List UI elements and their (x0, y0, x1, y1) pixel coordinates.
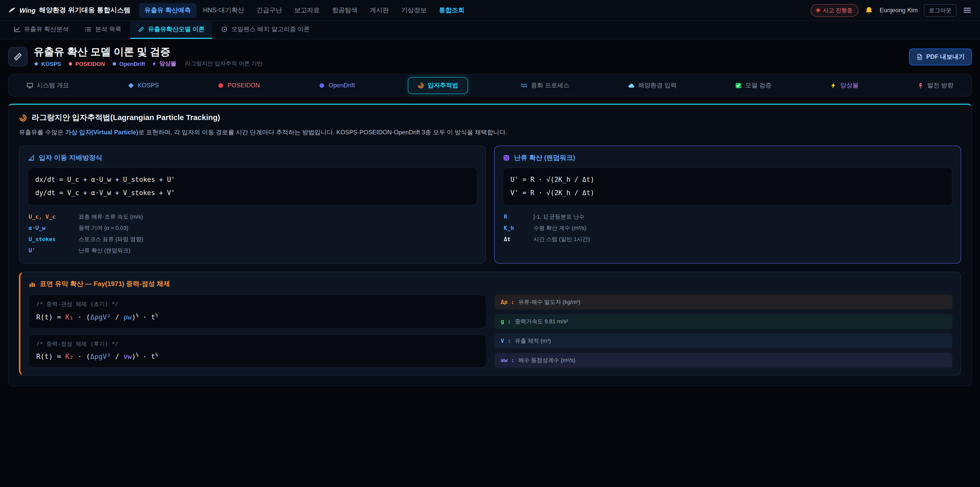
wing-icon (8, 6, 16, 14)
legend-desc: 스토크스 표류 (파랑 영향) (79, 235, 143, 243)
fay-spreading-card: 표면 유막 확산 — Fay(1971) 중력-점성 체제 /* 중력-관성 체… (19, 272, 961, 375)
section-nav-item-4[interactable]: 입자추적법 (407, 77, 468, 94)
badge-label: KOSPS (41, 61, 61, 67)
governing-card-title: 입자 이동 지배방정식 (39, 153, 102, 163)
legend-desc: 풍력 기여 (α ≈ 0.03) (79, 224, 128, 232)
section-nav-label: 시스템 개요 (37, 81, 69, 89)
section-nav-item-0[interactable]: 시스템 개요 (21, 77, 75, 93)
fay-param-row-3: νw :해수 동점성계수 (m²/s) (495, 353, 953, 368)
equation-line: dx/dt = U_c + α·U_w + U_stokes + U' (35, 173, 469, 187)
formula-part: R(t) = (36, 313, 65, 321)
topbar: Wing 해양환경 위기대응 통합시스템 유출유 확산예측HNS·대기확산긴급구… (0, 0, 980, 21)
tab-label: 유출유 확산분석 (24, 25, 68, 34)
incident-status-badge[interactable]: 사고 진행중 (811, 4, 859, 17)
formula-part: · t (138, 313, 155, 321)
topnav-item-7[interactable]: 통합조회 (433, 3, 470, 18)
formula-part: ⅙ (136, 312, 138, 318)
tab-3[interactable]: 오일펜스 배치 알고리즘 이론 (213, 21, 318, 39)
legend-desc: 수평 확산 계수 (m²/s) (533, 224, 587, 232)
legend-term: R (504, 213, 528, 220)
legend-row-1: α·U_w풍력 기여 (α ≈ 0.03) (27, 222, 477, 233)
topnav-item-6[interactable]: 기상정보 (396, 3, 432, 18)
intro-text: 로 표현하며, 각 입자의 이동 경로를 시간 단계마다 추적하는 방법입니다.… (138, 129, 507, 136)
logout-button[interactable]: 로그아웃 (924, 4, 956, 17)
formula-comment: /* 중력-점성 체제 (후기) */ (36, 340, 479, 348)
topnav-item-1[interactable]: HNS·대기확산 (197, 3, 250, 18)
legend-desc: 시간 스텝 (일반 1시간) (533, 235, 590, 243)
topnav-item-0[interactable]: 유출유 확산예측 (139, 3, 197, 18)
tab-1[interactable]: 분석 목록 (77, 21, 129, 39)
legend-row-2: U_stokes스토크스 표류 (파랑 영향) (27, 233, 477, 245)
param-term: Δρ : (501, 299, 514, 305)
rocket-icon (917, 82, 924, 89)
param-desc: 중력가속도 9.81 m/s² (515, 318, 568, 326)
legend-row-3: U'난류 확산 (랜덤워크) (27, 245, 477, 256)
app-root: Wing 해양환경 위기대응 통합시스템 유출유 확산예측HNS·대기확산긴급구… (0, 0, 980, 487)
tab-label: 유출유확산모델 이론 (148, 25, 205, 34)
user-name: Eunjeong Kim (880, 6, 918, 14)
status-badge-label: 사고 진행중 (823, 6, 853, 14)
app-logo[interactable]: Wing 해양환경 위기대응 통합시스템 (8, 6, 130, 15)
formula-part: νw (123, 353, 132, 361)
param-desc: 유류-해수 밀도차 (kg/m³) (518, 298, 580, 306)
section-nav-label: OpenDrift (329, 82, 355, 89)
bar-chart-icon (29, 280, 36, 287)
param-term: V : (501, 338, 511, 345)
logo-title: 해양환경 위기대응 통합시스템 (39, 6, 130, 15)
circle-dot-icon (221, 26, 228, 33)
legend-row-0: R[-1, 1] 균등분포 난수 (503, 211, 953, 222)
formula-part: K₂ (65, 353, 74, 361)
section-nav-item-7[interactable]: 모델 검증 (729, 77, 777, 93)
formula-part: ΔρgV² (90, 313, 111, 321)
badge-label: POSEIDON (75, 61, 105, 67)
tab-2[interactable]: 유출유확산모델 이론 (130, 21, 212, 39)
formula-part: ½ (155, 312, 158, 318)
param-term: νw : (501, 357, 514, 364)
hamburger-menu-icon[interactable] (963, 6, 972, 15)
ruler-icon (138, 26, 144, 33)
wave-icon (521, 82, 528, 89)
bell-icon[interactable] (865, 6, 873, 14)
section-nav-item-9[interactable]: 발전 방향 (912, 77, 959, 93)
formula-part: R(t) = (36, 353, 65, 361)
check-square-icon (735, 82, 741, 89)
param-desc: 해수 동점성계수 (m²/s) (518, 357, 576, 364)
topnav-item-2[interactable]: 긴급구난 (251, 3, 288, 18)
monitor-icon (27, 82, 33, 89)
section-nav-item-3[interactable]: OpenDrift (313, 78, 361, 93)
section-nav-item-5[interactable]: 풍화 프로세스 (515, 77, 575, 93)
topnav-item-4[interactable]: 항공탐색 (326, 3, 363, 18)
intro-text: 가상 입자(Virtual Particle) (65, 129, 138, 136)
random-walk-code-block: U' = R · √(2K_h / Δt)V' = R · √(2K_h / Δ… (503, 168, 953, 205)
fay-param-row-2: V :유출 체적 (m³) (495, 334, 953, 348)
section-nav-label: 입자추적법 (428, 81, 458, 89)
section-nav-label: POSEIDON (228, 82, 260, 89)
section-nav-label: 풍화 프로세스 (531, 81, 570, 89)
section-nav: 시스템 개요KOSPSPOSEIDONOpenDrift입자추적법풍화 프로세스… (8, 74, 972, 97)
model-badge-1: POSEIDON (68, 60, 105, 67)
section-nav-label: 앙상블 (840, 81, 859, 89)
formula-part: · ( (73, 313, 90, 321)
formula-part: / (111, 313, 124, 321)
section-nav-label: 발전 방향 (927, 81, 953, 89)
swirl-icon (19, 113, 27, 122)
section-nav-item-6[interactable]: 해양환경 입력 (622, 77, 682, 93)
section-title: 라그랑지안 입자추적법(Lagrangian Particle Tracking… (32, 113, 220, 123)
topnav-item-3[interactable]: 보고자료 (289, 3, 325, 18)
pdf-export-button[interactable]: PDF 내보내기 (909, 48, 972, 65)
tab-0[interactable]: 유출유 확산분석 (6, 21, 76, 39)
section-nav-item-8[interactable]: 앙상블 (824, 77, 864, 93)
topnav-item-5[interactable]: 게시판 (364, 3, 395, 18)
intro-text: 유출유를 수많은 (19, 129, 65, 136)
fay-card-title: 표면 유막 확산 — Fay(1971) 중력-점성 체제 (40, 279, 170, 289)
section-nav-label: KOSPS (138, 82, 159, 89)
section-nav-item-2[interactable]: POSEIDON (212, 78, 266, 93)
governing-code-block: dx/dt = U_c + α·U_w + U_stokes + U'dy/dt… (27, 168, 477, 205)
governing-legend: U_c, V_c표층 해류·조류 속도 (m/s)α·U_w풍력 기여 (α ≈… (27, 211, 477, 256)
tab-label: 분석 목록 (95, 25, 121, 34)
random-walk-title-row: 난류 확산 (랜덤워크) (503, 153, 953, 163)
diamond-icon (34, 61, 39, 66)
model-badges: KOSPSPOSEIDONOpenDrift앙상블 (34, 60, 177, 67)
section-nav-item-1[interactable]: KOSPS (122, 78, 165, 93)
diamond-icon (127, 82, 134, 89)
